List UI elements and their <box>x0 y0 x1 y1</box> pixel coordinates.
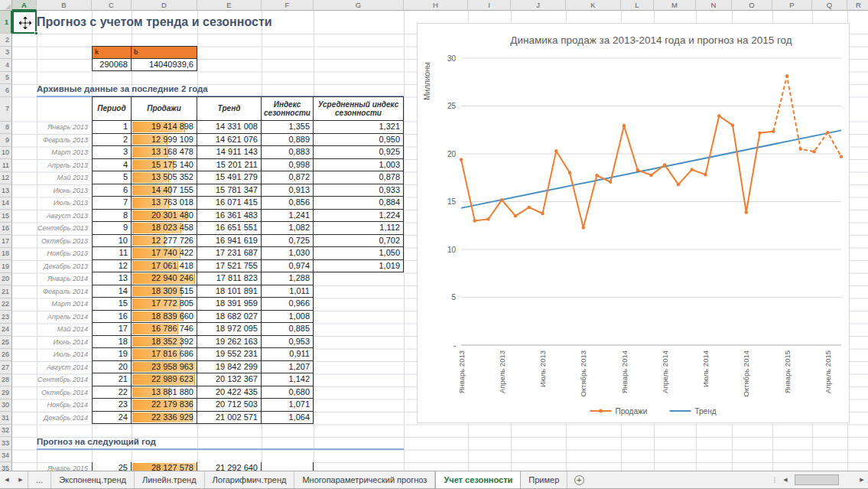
cell-month[interactable]: Январь 2013 <box>37 121 92 134</box>
cell-period[interactable]: 2 <box>92 134 132 147</box>
column-header-I[interactable]: I <box>468 0 511 11</box>
cell-month[interactable]: Август 2014 <box>37 361 92 374</box>
cell-avg-index[interactable] <box>314 336 404 349</box>
row-header-24[interactable]: 24 <box>0 324 12 337</box>
cell-month[interactable]: Январь 2014 <box>37 272 92 285</box>
cell-period[interactable]: 14 <box>92 285 132 298</box>
cell-sales[interactable]: 12 999 109 <box>132 134 197 147</box>
cell-trend[interactable]: 14 621 076 <box>197 134 262 147</box>
cell-avg-index[interactable]: 1,003 <box>314 159 404 172</box>
table-column-header[interactable]: Усредненный индекс сезонности <box>314 96 404 121</box>
row-header-29[interactable]: 29 <box>0 386 12 399</box>
cell-index[interactable]: 1,071 <box>262 399 314 412</box>
row-header-8[interactable]: 8 <box>0 122 12 135</box>
cell-period[interactable]: 17 <box>92 323 132 336</box>
cell-trend[interactable]: 14 911 143 <box>197 146 262 159</box>
cell-trend[interactable]: 16 071 415 <box>197 197 262 210</box>
cell-trend[interactable]: 14 331 008 <box>197 121 262 134</box>
row-header-9[interactable]: 9 <box>0 134 12 147</box>
trend-line[interactable] <box>461 130 841 208</box>
column-header-E[interactable]: E <box>197 0 262 11</box>
column-header-B[interactable]: B <box>37 0 92 11</box>
cell-index[interactable]: 1,030 <box>262 247 314 260</box>
cell-sales[interactable]: 22 179 836 <box>132 399 197 412</box>
cell-sales[interactable]: 12 277 726 <box>132 235 197 248</box>
cell-avg-index[interactable] <box>314 412 404 425</box>
cell-period[interactable]: 9 <box>92 222 132 235</box>
section-heading-archive[interactable]: Архивные данные за последние 2 года <box>37 83 404 97</box>
cell-index[interactable]: 0,953 <box>262 336 314 349</box>
cell-month[interactable]: Март 2014 <box>37 298 92 311</box>
cell-trend[interactable]: 21 002 571 <box>197 412 262 425</box>
cell-index[interactable]: 0,974 <box>262 260 314 273</box>
cell-trend[interactable]: 21 292 640 <box>197 462 262 471</box>
cell-avg-index[interactable] <box>314 462 404 471</box>
column-header-J[interactable]: J <box>511 0 566 11</box>
cell-period[interactable]: 13 <box>92 272 132 285</box>
cell-trend[interactable]: 18 391 959 <box>197 298 262 311</box>
kb-value-b[interactable]: 14040939,6 <box>131 58 197 71</box>
table-column-header[interactable]: Индекс сезонности <box>262 96 314 121</box>
cell-sales[interactable]: 20 301 480 <box>132 210 197 223</box>
cell-month[interactable]: Октябрь 2013 <box>37 235 92 248</box>
cell-period[interactable]: 8 <box>92 210 132 223</box>
cell-period[interactable]: 22 <box>92 386 132 399</box>
cell-month[interactable]: Ноябрь 2013 <box>37 247 92 260</box>
legend-trend-label[interactable]: Тренд <box>695 407 717 416</box>
sheet-tab[interactable]: Многопараметрический прогноз <box>294 471 435 488</box>
cell-trend[interactable]: 20 132 367 <box>197 373 262 386</box>
cell-month[interactable]: Июнь 2013 <box>37 184 92 197</box>
cell-month[interactable]: Ноябрь 2014 <box>37 399 92 412</box>
cell-trend[interactable]: 18 682 027 <box>197 311 262 324</box>
cell-period[interactable]: 16 <box>92 311 132 324</box>
cell-sales[interactable]: 18 023 458 <box>132 222 197 235</box>
sales-chart[interactable]: 30252015105-Январь 2013Апрель 2013Июль 2… <box>417 23 850 423</box>
cell-month[interactable]: Январь 2015 <box>37 462 92 471</box>
sheet-tab[interactable]: Линейн.тренд <box>135 471 205 488</box>
cell-sales[interactable]: 17 061 418 <box>132 260 197 273</box>
cell-index[interactable]: 1,008 <box>262 311 314 324</box>
cell-sales[interactable]: 16 786 746 <box>132 323 197 336</box>
cell-trend[interactable]: 17 231 687 <box>197 247 262 260</box>
column-header-Q[interactable]: Q <box>812 0 847 11</box>
row-header-7[interactable]: 7 <box>0 97 12 122</box>
cell-month[interactable]: Сентябрь 2014 <box>37 373 92 386</box>
cell-sales[interactable]: 28 127 578 <box>132 462 197 471</box>
cell-avg-index[interactable]: 0,950 <box>314 134 404 147</box>
cell-index[interactable]: 0,966 <box>262 298 314 311</box>
cell-avg-index[interactable] <box>314 323 404 336</box>
cell-period[interactable]: 7 <box>92 197 132 210</box>
cell-avg-index[interactable]: 1,112 <box>314 222 404 235</box>
cell-index[interactable]: 1,064 <box>262 412 314 425</box>
cell-period[interactable]: 20 <box>92 361 132 374</box>
cell-index[interactable]: 1,207 <box>262 361 314 374</box>
cell-avg-index[interactable] <box>314 348 404 361</box>
column-header-G[interactable]: G <box>314 0 404 11</box>
row-header-16[interactable]: 16 <box>0 223 12 236</box>
cell-sales[interactable]: 19 414 898 <box>132 121 197 134</box>
cell-avg-index[interactable] <box>314 298 404 311</box>
cell-avg-index[interactable] <box>314 399 404 412</box>
cell-index[interactable]: 0,856 <box>262 197 314 210</box>
cell-sales[interactable]: 18 309 515 <box>132 285 197 298</box>
row-header-21[interactable]: 21 <box>0 285 12 298</box>
cell-period[interactable]: 15 <box>92 298 132 311</box>
cell-sales[interactable]: 15 175 140 <box>132 159 197 172</box>
row-header-34[interactable]: 34 <box>0 450 12 463</box>
hscroll-thumb[interactable] <box>795 474 839 485</box>
column-header-C[interactable]: C <box>92 0 132 11</box>
cell-trend[interactable]: 15 781 347 <box>197 184 262 197</box>
cell-period[interactable]: 18 <box>92 336 132 349</box>
cell-trend[interactable]: 15 491 279 <box>197 171 262 184</box>
row-header-1[interactable]: 1 <box>0 11 12 34</box>
cell-month[interactable]: Август 2013 <box>37 210 92 223</box>
cell-trend[interactable]: 19 552 231 <box>197 348 262 361</box>
cell-sales[interactable]: 13 763 018 <box>132 197 197 210</box>
cell-trend[interactable]: 19 842 299 <box>197 361 262 374</box>
legend-sales-label[interactable]: Продажи <box>616 407 648 416</box>
cell-month[interactable]: Апрель 2013 <box>37 159 92 172</box>
cell-index[interactable]: 0,998 <box>262 159 314 172</box>
section-heading-forecast[interactable]: Прогноз на следующий год <box>37 436 404 450</box>
table-column-header[interactable]: Тренд <box>197 96 262 121</box>
fill-handle[interactable] <box>34 31 38 35</box>
